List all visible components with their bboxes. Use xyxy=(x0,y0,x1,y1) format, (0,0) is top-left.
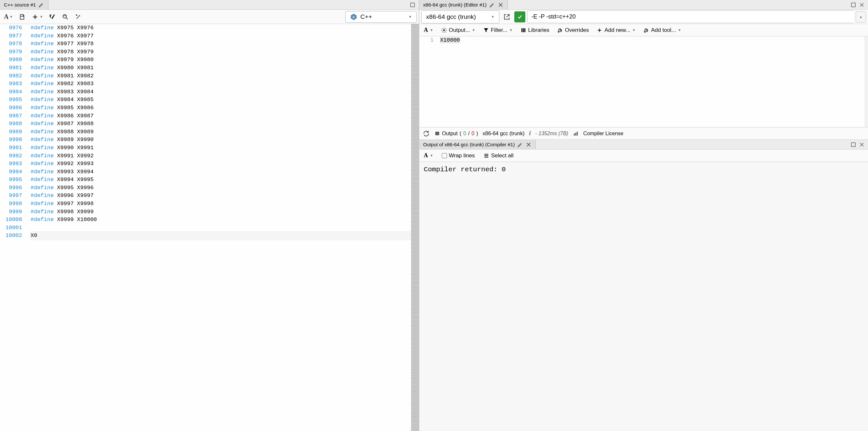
code-line[interactable]: #define X9990 X9991 xyxy=(31,144,411,152)
svg-point-5 xyxy=(443,29,445,31)
code-line[interactable]: #define X9985 X9986 xyxy=(31,104,411,112)
libraries-button[interactable]: Libraries xyxy=(518,26,552,35)
cpp-logo-icon: C xyxy=(350,13,357,21)
source-tab-bar: C++ source #1 xyxy=(0,0,419,10)
code-line[interactable]: #define X9998 X9999 xyxy=(31,208,411,216)
pencil-icon[interactable] xyxy=(517,142,523,148)
code-line[interactable]: #define X9983 X9984 xyxy=(31,88,411,96)
add-menu-button[interactable]: ▼ xyxy=(30,12,45,22)
code-line[interactable]: #define X9993 X9994 xyxy=(31,168,411,176)
code-line[interactable]: #define X9976 X9977 xyxy=(31,32,411,40)
select-all-button[interactable]: Select all xyxy=(481,151,516,160)
code-line[interactable]: #define X9986 X9987 xyxy=(31,112,411,120)
compiler-toolbar: x86-64 gcc (trunk) ▼ ▼ xyxy=(420,10,868,24)
output-tab-bar: Output of x86-64 gcc (trunk) (Compiler #… xyxy=(420,140,868,150)
flags-dropdown[interactable]: ▼ xyxy=(856,11,866,23)
code-line[interactable]: #define X9994 X9995 xyxy=(31,176,411,184)
output-options-button[interactable]: Output...▼ xyxy=(439,26,478,35)
info-icon[interactable]: i xyxy=(529,130,531,137)
status-bar: Output (0/0) x86-64 gcc (trunk) i - 1352… xyxy=(420,127,868,140)
svg-text:C: C xyxy=(352,15,355,19)
code-line[interactable]: #define X9997 X9998 xyxy=(31,200,411,208)
code-line[interactable]: #define X9979 X9980 xyxy=(31,56,411,64)
code-line[interactable]: #define X9987 X9988 xyxy=(31,120,411,128)
line-number: 9976 xyxy=(0,24,22,32)
minimap[interactable] xyxy=(411,24,419,431)
chart-icon[interactable] xyxy=(573,131,579,136)
source-toolbar: A▼ ▼ C C++ ▼ xyxy=(0,10,419,24)
code-line[interactable]: #define X9999 X10000 xyxy=(31,216,411,224)
vim-button[interactable] xyxy=(47,12,58,22)
code-line[interactable]: #define X9992 X9993 xyxy=(31,160,411,168)
popout-button[interactable] xyxy=(501,12,513,22)
line-number: 9983 xyxy=(0,80,22,88)
language-select[interactable]: C C++ ▼ xyxy=(345,11,417,23)
font-menu-button[interactable]: A▼ xyxy=(2,12,14,22)
code-line[interactable]: X0 xyxy=(31,232,411,240)
search-button[interactable] xyxy=(60,12,71,22)
language-label: C++ xyxy=(361,13,372,21)
maximize-icon[interactable] xyxy=(410,2,415,8)
close-icon[interactable] xyxy=(526,142,531,148)
close-icon[interactable] xyxy=(498,2,503,8)
code-line[interactable]: #define X9984 X9985 xyxy=(31,96,411,104)
output-content[interactable]: Compiler returned: 0 xyxy=(420,162,868,431)
overrides-button[interactable]: Overrides xyxy=(555,26,592,35)
code-line[interactable]: #define X9982 X9983 xyxy=(31,80,411,88)
close-icon[interactable] xyxy=(859,142,865,148)
add-new-label: Add new... xyxy=(604,27,630,33)
code-line[interactable]: #define X9988 X9989 xyxy=(31,128,411,136)
code-line[interactable]: #define X9977 X9978 xyxy=(31,40,411,48)
filter-button[interactable]: Filter...▼ xyxy=(480,26,515,35)
add-tool-button[interactable]: Add tool...▼ xyxy=(641,26,684,35)
source-content[interactable]: #define X9975 X9976#define X9976 X9977#d… xyxy=(25,24,411,431)
output-tab[interactable]: Output of x86-64 gcc (trunk) (Compiler #… xyxy=(420,140,536,149)
line-number: 9979 xyxy=(0,48,22,56)
source-editor[interactable]: 9976997799789979998099819982998399849985… xyxy=(0,24,419,431)
asm-content[interactable]: X10000 xyxy=(437,36,865,127)
wrap-lines-toggle[interactable]: Wrap lines xyxy=(439,151,477,160)
font-menu-button[interactable]: A▼ xyxy=(421,25,436,35)
output-tab-controls xyxy=(850,142,868,148)
line-number: 10002 xyxy=(0,232,22,240)
source-pane: C++ source #1 A▼ ▼ xyxy=(0,0,420,431)
code-line[interactable] xyxy=(31,224,411,232)
asm-line-number: 1 xyxy=(420,36,434,44)
line-number: 9992 xyxy=(0,152,22,160)
ctrl-s-button[interactable] xyxy=(73,12,84,22)
reload-button[interactable] xyxy=(423,130,430,137)
output-toggle-button[interactable]: Output (0/0) xyxy=(434,131,478,136)
compiler-options-bar: A▼ Output...▼ Filter...▼ Libraries Overr… xyxy=(420,24,868,36)
source-gutter: 9976997799789979998099819982998399849985… xyxy=(0,24,25,431)
code-line[interactable]: #define X9975 X9976 xyxy=(31,24,411,32)
status-compiler-name: x86-64 gcc (trunk) xyxy=(483,131,525,136)
compiler-select[interactable]: x86-64 gcc (trunk) ▼ xyxy=(421,10,499,23)
code-line[interactable]: #define X9980 X9981 xyxy=(31,64,411,72)
code-line[interactable]: #define X9989 X9990 xyxy=(31,136,411,144)
code-line[interactable]: #define X9981 X9982 xyxy=(31,72,411,80)
asm-gutter: 1 xyxy=(420,36,437,127)
compiler-flags-input[interactable] xyxy=(527,10,854,23)
maximize-icon[interactable] xyxy=(850,142,856,148)
add-tool-label: Add tool... xyxy=(651,27,676,33)
code-line[interactable]: #define X9978 X9979 xyxy=(31,48,411,56)
font-menu-button[interactable]: A▼ xyxy=(421,151,436,160)
add-new-button[interactable]: Add new...▼ xyxy=(594,26,638,35)
compiler-license-link[interactable]: Compiler License xyxy=(583,131,623,136)
pencil-icon[interactable] xyxy=(489,2,495,8)
pencil-icon[interactable] xyxy=(38,2,44,8)
line-number: 9994 xyxy=(0,168,22,176)
compiler-pane: x86-64 gcc (trunk) (Editor #1) x86-64 gc… xyxy=(420,0,868,431)
svg-rect-6 xyxy=(435,132,439,132)
source-tab[interactable]: C++ source #1 xyxy=(0,0,49,9)
asm-editor[interactable]: 1 X10000 xyxy=(420,36,868,127)
svg-rect-11 xyxy=(577,132,578,135)
code-line[interactable]: #define X9995 X9996 xyxy=(31,184,411,192)
code-line[interactable]: #define X9996 X9997 xyxy=(31,192,411,200)
save-button[interactable] xyxy=(17,12,28,22)
close-icon[interactable] xyxy=(859,2,865,8)
maximize-icon[interactable] xyxy=(850,2,856,8)
asm-minimap[interactable] xyxy=(865,36,868,127)
compiler-tab[interactable]: x86-64 gcc (trunk) (Editor #1) xyxy=(420,0,508,9)
code-line[interactable]: #define X9991 X9992 xyxy=(31,152,411,160)
